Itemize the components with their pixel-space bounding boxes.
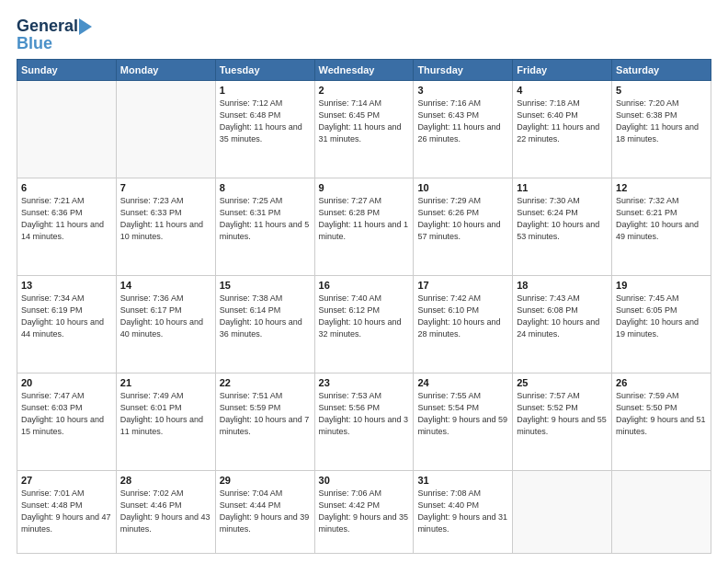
day-number: 8 [220, 182, 311, 193]
day-number: 30 [319, 475, 410, 486]
day-number: 17 [417, 280, 508, 291]
day-info: Sunrise: 7:02 AM Sunset: 4:46 PM Dayligh… [120, 488, 211, 535]
calendar-cell: 12Sunrise: 7:32 AM Sunset: 6:21 PM Dayli… [612, 178, 711, 275]
calendar-cell: 20Sunrise: 7:47 AM Sunset: 6:03 PM Dayli… [17, 373, 117, 470]
day-info: Sunrise: 7:45 AM Sunset: 6:05 PM Dayligh… [616, 293, 707, 340]
calendar-cell: 11Sunrise: 7:30 AM Sunset: 6:24 PM Dayli… [513, 178, 612, 275]
day-info: Sunrise: 7:36 AM Sunset: 6:17 PM Dayligh… [120, 293, 211, 340]
calendar-cell: 14Sunrise: 7:36 AM Sunset: 6:17 PM Dayli… [116, 275, 215, 373]
day-number: 23 [319, 377, 410, 388]
day-number: 13 [21, 280, 112, 291]
day-info: Sunrise: 7:53 AM Sunset: 5:56 PM Dayligh… [319, 390, 410, 438]
day-number: 4 [517, 85, 608, 96]
calendar-cell: 29Sunrise: 7:04 AM Sunset: 4:44 PM Dayli… [215, 470, 314, 554]
calendar-cell: 30Sunrise: 7:06 AM Sunset: 4:42 PM Dayli… [314, 470, 414, 554]
day-number: 5 [616, 85, 707, 96]
day-info: Sunrise: 7:18 AM Sunset: 6:40 PM Dayligh… [517, 98, 608, 145]
weekday-header-row: SundayMondayTuesdayWednesdayThursdayFrid… [17, 60, 711, 81]
day-info: Sunrise: 7:38 AM Sunset: 6:14 PM Dayligh… [220, 293, 311, 340]
logo-blue: Blue [17, 34, 52, 53]
calendar-cell: 23Sunrise: 7:53 AM Sunset: 5:56 PM Dayli… [314, 373, 414, 470]
calendar-week-3: 13Sunrise: 7:34 AM Sunset: 6:19 PM Dayli… [17, 275, 711, 373]
calendar-cell: 17Sunrise: 7:42 AM Sunset: 6:10 PM Dayli… [414, 275, 513, 373]
calendar-cell [513, 470, 612, 554]
calendar-week-2: 6Sunrise: 7:21 AM Sunset: 6:36 PM Daylig… [17, 178, 711, 275]
day-number: 3 [417, 85, 508, 96]
weekday-header-thursday: Thursday [414, 60, 513, 81]
day-number: 26 [616, 377, 707, 388]
day-number: 10 [417, 182, 508, 193]
day-number: 22 [220, 377, 311, 388]
calendar-cell: 25Sunrise: 7:57 AM Sunset: 5:52 PM Dayli… [513, 373, 612, 470]
day-info: Sunrise: 7:14 AM Sunset: 6:45 PM Dayligh… [319, 98, 410, 145]
day-number: 25 [517, 377, 608, 388]
day-info: Sunrise: 7:40 AM Sunset: 6:12 PM Dayligh… [319, 293, 410, 340]
day-number: 14 [120, 280, 211, 291]
logo: General Blue [17, 17, 99, 53]
day-number: 31 [417, 475, 508, 486]
day-info: Sunrise: 7:51 AM Sunset: 5:59 PM Dayligh… [220, 390, 311, 438]
day-number: 19 [616, 280, 707, 291]
weekday-header-friday: Friday [513, 60, 612, 81]
day-info: Sunrise: 7:12 AM Sunset: 6:48 PM Dayligh… [220, 98, 311, 145]
day-info: Sunrise: 7:23 AM Sunset: 6:33 PM Dayligh… [120, 195, 211, 243]
day-number: 9 [319, 182, 410, 193]
day-info: Sunrise: 7:59 AM Sunset: 5:50 PM Dayligh… [616, 390, 707, 438]
calendar-cell: 18Sunrise: 7:43 AM Sunset: 6:08 PM Dayli… [513, 275, 612, 373]
calendar-cell [612, 470, 711, 554]
day-info: Sunrise: 7:29 AM Sunset: 6:26 PM Dayligh… [417, 195, 508, 243]
day-info: Sunrise: 7:47 AM Sunset: 6:03 PM Dayligh… [21, 390, 112, 438]
day-number: 11 [517, 182, 608, 193]
header: General Blue [17, 17, 711, 53]
calendar-cell: 15Sunrise: 7:38 AM Sunset: 6:14 PM Dayli… [215, 275, 314, 373]
calendar-week-1: 1Sunrise: 7:12 AM Sunset: 6:48 PM Daylig… [17, 81, 711, 178]
day-info: Sunrise: 7:04 AM Sunset: 4:44 PM Dayligh… [220, 488, 311, 535]
calendar-cell: 27Sunrise: 7:01 AM Sunset: 4:48 PM Dayli… [17, 470, 117, 554]
weekday-header-sunday: Sunday [17, 60, 117, 81]
day-number: 6 [21, 182, 112, 193]
day-number: 20 [21, 377, 112, 388]
calendar-cell: 28Sunrise: 7:02 AM Sunset: 4:46 PM Dayli… [116, 470, 215, 554]
day-number: 15 [220, 280, 311, 291]
calendar-cell: 8Sunrise: 7:25 AM Sunset: 6:31 PM Daylig… [215, 178, 314, 275]
day-info: Sunrise: 7:42 AM Sunset: 6:10 PM Dayligh… [417, 293, 508, 340]
calendar-cell: 19Sunrise: 7:45 AM Sunset: 6:05 PM Dayli… [612, 275, 711, 373]
day-number: 29 [220, 475, 311, 486]
day-info: Sunrise: 7:30 AM Sunset: 6:24 PM Dayligh… [517, 195, 608, 243]
calendar-cell: 5Sunrise: 7:20 AM Sunset: 6:38 PM Daylig… [612, 81, 711, 178]
day-number: 28 [120, 475, 211, 486]
day-info: Sunrise: 7:06 AM Sunset: 4:42 PM Dayligh… [319, 488, 410, 535]
calendar-cell: 22Sunrise: 7:51 AM Sunset: 5:59 PM Dayli… [215, 373, 314, 470]
calendar-cell [116, 81, 215, 178]
calendar-cell: 13Sunrise: 7:34 AM Sunset: 6:19 PM Dayli… [17, 275, 117, 373]
calendar-cell: 4Sunrise: 7:18 AM Sunset: 6:40 PM Daylig… [513, 81, 612, 178]
day-info: Sunrise: 7:43 AM Sunset: 6:08 PM Dayligh… [517, 293, 608, 340]
calendar-cell: 21Sunrise: 7:49 AM Sunset: 6:01 PM Dayli… [116, 373, 215, 470]
page: General Blue SundayMondayTuesdayWednesda… [0, 0, 728, 563]
day-info: Sunrise: 7:01 AM Sunset: 4:48 PM Dayligh… [21, 488, 112, 535]
day-info: Sunrise: 7:16 AM Sunset: 6:43 PM Dayligh… [417, 98, 508, 145]
calendar-cell: 1Sunrise: 7:12 AM Sunset: 6:48 PM Daylig… [215, 81, 314, 178]
day-info: Sunrise: 7:25 AM Sunset: 6:31 PM Dayligh… [220, 195, 311, 243]
day-info: Sunrise: 7:27 AM Sunset: 6:28 PM Dayligh… [319, 195, 410, 243]
day-number: 16 [319, 280, 410, 291]
weekday-header-tuesday: Tuesday [215, 60, 314, 81]
calendar-cell: 7Sunrise: 7:23 AM Sunset: 6:33 PM Daylig… [116, 178, 215, 275]
day-info: Sunrise: 7:57 AM Sunset: 5:52 PM Dayligh… [517, 390, 608, 438]
day-number: 18 [517, 280, 608, 291]
calendar-cell: 16Sunrise: 7:40 AM Sunset: 6:12 PM Dayli… [314, 275, 414, 373]
calendar-cell: 3Sunrise: 7:16 AM Sunset: 6:43 PM Daylig… [414, 81, 513, 178]
calendar-table: SundayMondayTuesdayWednesdayThursdayFrid… [17, 59, 711, 554]
calendar-cell: 9Sunrise: 7:27 AM Sunset: 6:28 PM Daylig… [314, 178, 414, 275]
day-info: Sunrise: 7:49 AM Sunset: 6:01 PM Dayligh… [120, 390, 211, 438]
day-info: Sunrise: 7:20 AM Sunset: 6:38 PM Dayligh… [616, 98, 707, 145]
calendar-cell: 31Sunrise: 7:08 AM Sunset: 4:40 PM Dayli… [414, 470, 513, 554]
day-info: Sunrise: 7:08 AM Sunset: 4:40 PM Dayligh… [417, 488, 508, 535]
day-number: 24 [417, 377, 508, 388]
calendar-cell: 10Sunrise: 7:29 AM Sunset: 6:26 PM Dayli… [414, 178, 513, 275]
day-info: Sunrise: 7:55 AM Sunset: 5:54 PM Dayligh… [417, 390, 508, 438]
day-number: 1 [220, 85, 311, 96]
svg-marker-0 [79, 18, 92, 35]
day-info: Sunrise: 7:34 AM Sunset: 6:19 PM Dayligh… [21, 293, 112, 340]
calendar-cell: 6Sunrise: 7:21 AM Sunset: 6:36 PM Daylig… [17, 178, 117, 275]
